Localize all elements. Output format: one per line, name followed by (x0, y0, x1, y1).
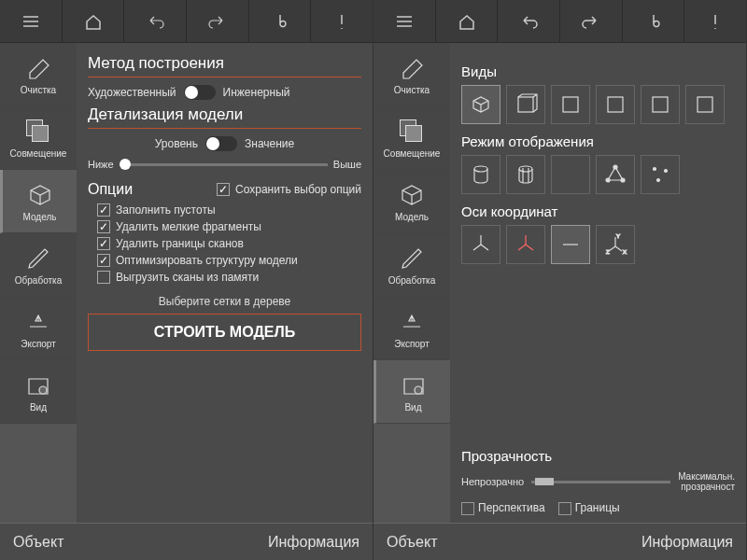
view-presets (461, 85, 735, 124)
home-button[interactable] (436, 0, 499, 42)
axes-xyz[interactable] (461, 225, 500, 264)
view-iso[interactable] (461, 85, 500, 124)
thermo-icon (643, 11, 664, 32)
perspective-checkbox[interactable]: Перспектива (461, 501, 545, 515)
sidebar-item-model[interactable]: Модель (0, 170, 77, 233)
sidebar-item-view[interactable]: Вид (0, 360, 77, 424)
view-left[interactable] (596, 85, 635, 124)
sidebar-label: Совмещение (10, 148, 67, 159)
mode-artistic-label: Художественный (88, 86, 176, 99)
views-header: Виды (461, 63, 735, 79)
topbar-r (374, 0, 746, 43)
sidebar-item-clean[interactable]: Очистка (374, 43, 450, 106)
align-icon (24, 118, 52, 146)
build-model-button[interactable]: СТРОИТЬ МОДЕЛЬ (88, 314, 361, 351)
sidebar: Очистка Совмещение Модель Обработка Эксп… (0, 43, 77, 523)
mesh-hint: Выберите сетки в дереве (88, 295, 361, 308)
sidebar-item-process[interactable]: Обработка (374, 233, 450, 297)
svg-point-10 (621, 178, 625, 182)
sidebar-item-export[interactable]: Экспорт (374, 297, 450, 360)
display-solid-cyl[interactable] (461, 155, 500, 194)
detail-slider[interactable] (120, 163, 328, 166)
footer-object[interactable]: Объект (13, 534, 63, 551)
t-lo: Непрозрачно (461, 476, 524, 487)
align-icon (398, 118, 426, 146)
footer-info[interactable]: Информация (641, 534, 733, 551)
sidebar-item-model[interactable]: Модель (374, 170, 450, 233)
undo-icon (518, 11, 539, 32)
detail-value-label: Значение (245, 137, 294, 150)
sidebar-item-clean[interactable]: Очистка (0, 43, 77, 106)
sidebar-label: Очистка (21, 85, 56, 95)
svg-text:X: X (623, 249, 627, 255)
svg-rect-3 (563, 97, 578, 112)
left-panel: Очистка Совмещение Модель Обработка Эксп… (0, 0, 374, 560)
alert-button[interactable] (311, 0, 373, 42)
sidebar-label: Обработка (15, 275, 62, 286)
menu-button[interactable] (374, 0, 436, 42)
redo-button[interactable] (560, 0, 623, 42)
option-4[interactable]: Выгрузить сканы из памяти (97, 271, 361, 284)
option-2[interactable]: Удалить границы сканов (97, 237, 361, 250)
save-options-checkbox[interactable]: Сохранить выбор опций (217, 183, 361, 196)
option-3[interactable]: Оптимизировать структуру модели (97, 254, 361, 267)
svg-point-14 (657, 179, 660, 182)
svg-point-11 (613, 165, 617, 169)
sidebar-item-align[interactable]: Совмещение (0, 106, 77, 170)
menu-button[interactable] (0, 0, 63, 42)
home-button[interactable] (63, 0, 125, 42)
display-wire[interactable] (596, 155, 635, 194)
redo-icon (581, 11, 601, 32)
undo-button[interactable] (498, 0, 560, 42)
footer-info[interactable]: Информация (268, 534, 359, 551)
display-empty[interactable] (551, 155, 590, 194)
view-back[interactable] (551, 85, 590, 124)
view-icon (400, 371, 428, 399)
cube-icon (26, 181, 54, 209)
sidebar-item-align[interactable]: Совмещение (374, 106, 450, 170)
sidebar-item-process[interactable]: Обработка (0, 233, 77, 297)
view-front[interactable] (506, 85, 545, 124)
thermo-button[interactable] (623, 0, 685, 42)
options-header: Опции (88, 181, 133, 198)
option-1[interactable]: Удалить мелкие фрагменты (97, 220, 361, 233)
axes-simple[interactable] (506, 225, 545, 264)
sidebar-label: Обработка (388, 275, 435, 286)
svg-rect-2 (518, 97, 533, 112)
svg-text:Z: Z (606, 249, 610, 255)
svg-rect-4 (608, 97, 623, 112)
export-icon (398, 308, 426, 336)
footer-object[interactable]: Объект (387, 534, 437, 551)
menu-icon (21, 11, 41, 32)
sidebar-item-view[interactable]: Вид (374, 360, 450, 424)
alert-button[interactable] (684, 0, 746, 42)
mode-toggle[interactable] (184, 85, 216, 100)
view-top[interactable] (685, 85, 725, 124)
bounds-checkbox[interactable]: Границы (558, 501, 620, 515)
alert-icon (331, 11, 352, 32)
slider-hi: Выше (333, 159, 361, 170)
thermo-button[interactable] (249, 0, 312, 42)
undo-button[interactable] (124, 0, 187, 42)
view-right[interactable] (641, 85, 680, 124)
svg-point-7 (474, 166, 487, 172)
svg-point-1 (415, 386, 422, 394)
redo-button[interactable] (187, 0, 249, 42)
display-wire-cyl[interactable] (506, 155, 545, 194)
menu-icon (394, 11, 415, 32)
option-0[interactable]: Заполнить пустоты (97, 203, 361, 217)
pencil-icon (24, 245, 52, 273)
axes-labeled[interactable]: YZX (596, 225, 635, 264)
eraser-icon (24, 54, 52, 82)
t-hi: Максимальн. прозрачност (678, 471, 735, 492)
detail-toggle[interactable] (205, 136, 237, 151)
axes-none[interactable] (551, 225, 590, 264)
svg-point-8 (519, 166, 532, 172)
transparency-slider[interactable] (531, 481, 670, 483)
sidebar-item-export[interactable]: Экспорт (0, 297, 77, 360)
sidebar-label: Очистка (394, 85, 430, 95)
display-points[interactable] (641, 155, 680, 194)
thermo-icon (270, 11, 290, 32)
svg-point-13 (665, 170, 668, 173)
axes-header: Оси координат (461, 203, 735, 219)
